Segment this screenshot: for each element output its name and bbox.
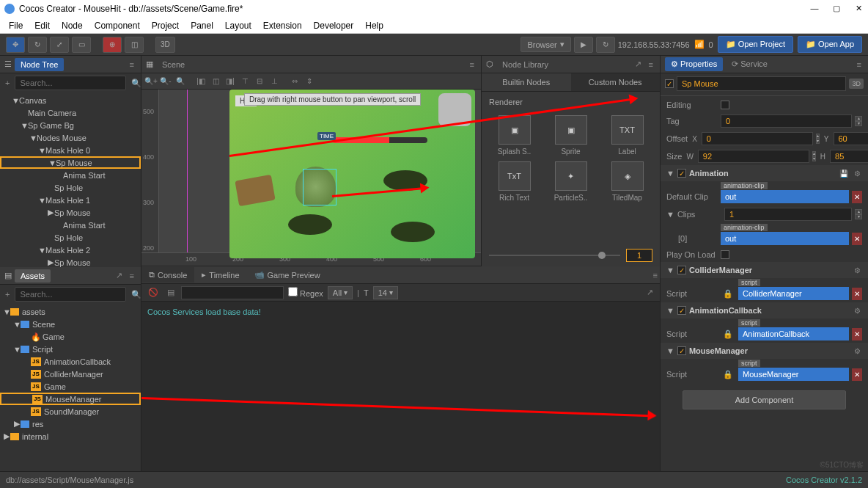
menu-layout[interactable]: Layout [219, 21, 257, 31]
open-app-button[interactable]: 📁 Open App [798, 36, 862, 53]
node-active-checkbox[interactable] [665, 79, 674, 88]
tree-item[interactable]: Main Camera [0, 106, 141, 119]
asset-item[interactable]: JSColliderManager [0, 368, 141, 380]
nodelib-item[interactable]: TxTRich Text [489, 161, 540, 202]
open-project-button[interactable]: 📁 Open Project [718, 36, 793, 53]
menu-project[interactable]: Project [146, 21, 185, 31]
add-asset-button[interactable]: + [3, 290, 12, 299]
nodelib-item[interactable]: ✦ParticleS.. [545, 161, 596, 202]
nodelib-zoom-slider[interactable]: 1 [482, 244, 660, 266]
offset-y-input[interactable] [834, 132, 869, 145]
assets-search-input[interactable] [15, 287, 126, 302]
dist-icon[interactable]: ⇔ [288, 75, 301, 88]
scene-tab[interactable]: Scene [156, 58, 191, 71]
align-c-icon[interactable]: ◫ [209, 75, 222, 88]
node-tree-tab[interactable]: Node Tree [15, 58, 64, 71]
add-node-button[interactable]: + [3, 79, 12, 87]
properties-tab[interactable]: ⚙ Properties [665, 57, 723, 71]
badge-3d[interactable]: 3D [849, 79, 864, 89]
dist2-icon[interactable]: ⇕ [303, 75, 316, 88]
save-icon[interactable]: 💾 [838, 170, 850, 178]
zoom-in-icon[interactable]: 🔍+ [144, 75, 158, 88]
scale-tool[interactable]: ⤢ [50, 37, 69, 53]
console-tab[interactable]: ⧉Console [141, 267, 194, 283]
nodelib-title[interactable]: Node Library [496, 58, 554, 71]
component-enable-checkbox[interactable] [677, 346, 686, 355]
menu-edit[interactable]: Edit [29, 21, 56, 31]
scene-viewport[interactable]: 500400300200 100200300400500600 Hall TIM… [141, 90, 481, 266]
menu-help[interactable]: Help [359, 21, 389, 31]
menu-node[interactable]: Node [56, 21, 89, 31]
script-delete-button[interactable]: ✕ [852, 288, 862, 300]
scene-menu-icon[interactable]: ≡ [468, 60, 477, 69]
nodelib-expand-icon[interactable]: ↗ [633, 59, 644, 69]
asset-item[interactable]: ▼Script [0, 343, 141, 355]
nodelib-menu-icon[interactable]: ≡ [647, 60, 655, 69]
assets-tab[interactable]: Assets [15, 269, 51, 283]
clips-count-input[interactable] [724, 208, 852, 221]
maximize-button[interactable]: ▢ [831, 4, 842, 14]
script-field[interactable]: scriptMouseManager [738, 368, 849, 381]
asset-item[interactable]: JSAnimationCallback [0, 355, 141, 368]
zoom-out-icon[interactable]: 🔍- [159, 75, 172, 88]
assets-tree[interactable]: ▼assets▼Scene🔥Game▼ScriptJSAnimationCall… [0, 304, 141, 471]
open-log-icon[interactable]: ▤ [165, 288, 177, 297]
node-name-input[interactable] [677, 76, 846, 91]
console-expand-icon[interactable]: ↗ [644, 288, 655, 297]
spinner[interactable]: ▴▾ [855, 116, 862, 126]
asset-item[interactable]: ▶res [0, 418, 141, 430]
tree-item[interactable]: ▼Sp Game Bg [0, 119, 141, 131]
asset-item[interactable]: JSMouseManager [0, 393, 141, 405]
move-tool[interactable]: ✥ [6, 37, 25, 53]
panel-menu-icon[interactable]: ≡ [128, 60, 136, 69]
tree-item[interactable]: ▼Mask Hole 1 [0, 194, 141, 206]
service-tab[interactable]: ⟳ Service [726, 57, 773, 71]
tree-item[interactable]: Sp Hole [0, 231, 141, 244]
rotate-tool[interactable]: ↻ [28, 37, 47, 53]
rect-tool[interactable]: ▭ [72, 37, 91, 53]
console-menu-icon[interactable]: ≡ [651, 271, 660, 280]
playonload-checkbox[interactable] [721, 250, 729, 259]
component-header[interactable]: ▼AnimationCallback⚙ [661, 302, 868, 318]
asset-item[interactable]: ▶internal [0, 430, 141, 443]
tree-item[interactable]: Anima Start [0, 219, 141, 231]
clear-console-icon[interactable]: 🚫 [146, 288, 161, 297]
component-header[interactable]: ▼ColliderManager⚙ [661, 262, 868, 278]
align-t-icon[interactable]: ⊤ [238, 75, 251, 88]
component-enable-checkbox[interactable] [677, 306, 686, 315]
align-l-icon[interactable]: |◧ [194, 75, 207, 88]
regex-checkbox[interactable]: Regex [288, 287, 323, 298]
script-field[interactable]: scriptAnimationCallback [738, 327, 849, 340]
fontsize-combo[interactable]: 14 ▾ [373, 286, 398, 299]
tree-item[interactable]: ▶Sp Mouse [0, 256, 141, 267]
clip-item-delete-button[interactable]: ✕ [852, 233, 862, 245]
play-button[interactable]: ▶ [574, 37, 593, 53]
menu-panel[interactable]: Panel [185, 21, 219, 31]
zoom-fit-icon[interactable]: 🔍 [174, 75, 187, 88]
anchor-tool[interactable]: ⊕ [103, 37, 122, 53]
animation-enable-checkbox[interactable] [677, 169, 686, 178]
mode-3d-button[interactable]: 3D [155, 37, 175, 53]
local-tool[interactable]: ◫ [125, 37, 144, 53]
assets-expand-icon[interactable]: ↗ [114, 271, 125, 280]
component-enable-checkbox[interactable] [677, 266, 686, 274]
align-b-icon[interactable]: ⊥ [268, 75, 281, 88]
tree-item[interactable]: ▼Canvas [0, 94, 141, 106]
tree-item[interactable]: Sp Hole [0, 181, 141, 194]
filter-combo[interactable]: All ▾ [328, 286, 353, 299]
gear-icon[interactable]: ⚙ [853, 266, 862, 274]
node-tree[interactable]: ▼CanvasMain Camera▼Sp Game Bg▼Nodes Mous… [0, 92, 141, 267]
device-combo[interactable]: Browser▾ [521, 37, 570, 52]
console-filter-input[interactable] [181, 286, 284, 299]
asset-item[interactable]: 🔥Game [0, 330, 141, 343]
menu-developer[interactable]: Developer [308, 21, 360, 31]
asset-item[interactable]: JSGame [0, 380, 141, 393]
add-component-button[interactable]: Add Component [683, 390, 846, 409]
tree-item[interactable]: ▶Sp Mouse [0, 206, 141, 219]
builtin-nodes-tab[interactable]: Builtin Nodes [482, 73, 571, 91]
clip-item-field[interactable]: animation-clipout [721, 232, 849, 245]
editing-checkbox[interactable] [721, 101, 729, 109]
script-field[interactable]: scriptColliderManager [738, 287, 849, 300]
assets-menu-icon[interactable]: ≡ [128, 272, 136, 280]
nodelib-item[interactable]: ◈TiledMap [602, 161, 652, 202]
